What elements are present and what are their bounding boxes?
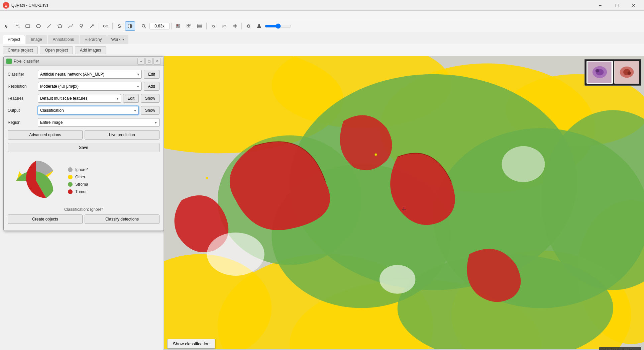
toolbar: + S 0.63x xy μm (0, 20, 644, 32)
annotation-dot-2 (206, 177, 208, 179)
classifier-select[interactable]: Artificial neural network (ANN_MLP) (38, 70, 142, 79)
svg-rect-20 (187, 24, 188, 25)
dialog-maximize-button[interactable]: □ (145, 58, 153, 65)
coords-line1: 21998.35, 5943.30 μm (602, 348, 639, 350)
tab-annotations[interactable]: Annotations (48, 35, 79, 44)
slide-thumbnail-panel (584, 59, 641, 86)
ruler-btn[interactable]: μm (219, 21, 229, 31)
svg-rect-21 (189, 24, 190, 25)
annotation-dot-1 (374, 153, 377, 156)
region-select[interactable]: Entire image (38, 118, 159, 127)
tab-work-dropdown[interactable]: Work ▼ (107, 35, 128, 44)
left-panel: Pixel classifier − □ ✕ Classifier Artifi… (0, 56, 164, 350)
svg-point-8 (80, 24, 83, 27)
brush-tool[interactable] (76, 21, 86, 31)
resolution-add-button[interactable]: Add (144, 82, 159, 91)
classify-detections-button[interactable]: Classify detections (85, 214, 159, 224)
separator-1 (99, 23, 99, 29)
grid-view-btn[interactable] (184, 21, 194, 31)
split-tool[interactable] (101, 21, 111, 31)
dialog-minimize-button[interactable]: − (137, 58, 145, 65)
line-tool[interactable] (44, 21, 54, 31)
separator-6 (241, 23, 242, 29)
features-edit-button[interactable]: Edit (123, 94, 139, 103)
minimize-button[interactable]: − (593, 0, 608, 11)
create-objects-button[interactable]: Create objects (8, 214, 83, 224)
svg-point-52 (380, 265, 416, 294)
svg-point-33 (258, 24, 260, 26)
svg-line-15 (144, 27, 146, 28)
add-images-button[interactable]: Add images (75, 46, 106, 54)
slide-thumbnail-1[interactable] (586, 61, 613, 84)
svg-text:+: + (18, 26, 19, 28)
dialog-close-button[interactable]: ✕ (153, 58, 161, 65)
output-label: Output (8, 108, 38, 113)
zoom-in-icon[interactable] (139, 21, 149, 31)
add-tool[interactable]: + (12, 21, 22, 31)
tab-hierarchy[interactable]: Hierarchy (80, 35, 107, 44)
ellipse-tool[interactable] (33, 21, 43, 31)
features-show-button[interactable]: Show (141, 94, 159, 103)
pixel-classifier-titlebar: Pixel classifier − □ ✕ (4, 57, 164, 66)
output-show-button[interactable]: Show (141, 106, 159, 115)
slide-thumbnail-2[interactable] (614, 61, 639, 84)
pointer-tool[interactable] (1, 21, 11, 31)
features-select-wrapper: Default multiscale features ▼ (38, 94, 121, 103)
table-view-btn[interactable] (195, 21, 205, 31)
show-classification-button[interactable]: Show classification (167, 339, 215, 349)
settings-btn[interactable] (243, 21, 253, 31)
advanced-options-button[interactable]: Advanced options (8, 130, 83, 140)
legend-label-stroma: Stroma (75, 182, 88, 187)
maximize-button[interactable]: □ (609, 0, 625, 11)
window-title: QuPath - CMU-2.svs (11, 3, 593, 8)
separator-5 (206, 23, 207, 29)
save-button[interactable]: Save (8, 143, 159, 152)
output-select[interactable]: Classification (38, 106, 139, 115)
output-row: Output Classification ▼ Show (8, 106, 159, 115)
svg-rect-23 (187, 26, 188, 27)
legend-dot-stroma (68, 182, 73, 187)
classifier-edit-button[interactable]: Edit (144, 70, 159, 79)
xy-measure-btn[interactable]: xy (208, 21, 218, 31)
tab-bar: Project Image Annotations Hierarchy Work… (0, 32, 644, 44)
classifier-label: Classifier (8, 72, 38, 77)
grid3-btn[interactable] (230, 21, 240, 31)
live-prediction-button[interactable]: Live prediction (85, 130, 159, 140)
s-tool[interactable]: S (114, 21, 124, 31)
person-btn[interactable] (254, 21, 264, 31)
svg-line-6 (47, 24, 51, 28)
pixel-classifier-title: Pixel classifier (14, 59, 137, 64)
separator-3 (137, 23, 137, 29)
features-select[interactable]: Default multiscale features (38, 94, 121, 103)
legend-label-tumor: Tumor (75, 189, 87, 194)
open-project-button[interactable]: Open project (40, 46, 73, 54)
resolution-label: Resolution (8, 84, 38, 89)
create-project-button[interactable]: Create project (3, 46, 38, 54)
tab-project[interactable]: Project (3, 35, 25, 44)
polyline-tool[interactable] (66, 21, 76, 31)
svg-point-10 (103, 25, 105, 27)
svg-marker-7 (58, 24, 62, 28)
title-bar: Q QuPath - CMU-2.svs − □ ✕ (0, 0, 644, 11)
rectangle-tool[interactable] (23, 21, 33, 31)
svg-rect-27 (197, 27, 202, 28)
wand-tool[interactable] (87, 21, 97, 31)
tab-image[interactable]: Image (26, 35, 47, 44)
resolution-select[interactable]: Moderate (4.0 μm/px) (38, 82, 142, 91)
close-button[interactable]: ✕ (626, 0, 641, 11)
legend-dot-tumor (68, 189, 73, 194)
features-row: Features Default multiscale features ▼ E… (8, 94, 159, 103)
brightness-slider[interactable] (265, 23, 292, 29)
selection-mode-btn[interactable] (173, 21, 183, 31)
features-label: Features (8, 96, 38, 101)
pixel-classifier-icon (6, 59, 12, 64)
legend-item-tumor: Tumor (68, 189, 88, 194)
svg-point-32 (247, 25, 249, 27)
svg-point-56 (596, 69, 600, 73)
svg-text:Q: Q (5, 4, 7, 7)
region-label: Region (8, 120, 38, 125)
viewer-area[interactable]: + Show classifi (164, 56, 644, 350)
microscopy-canvas (164, 56, 644, 350)
polygon-tool[interactable] (55, 21, 65, 31)
contrast-tool[interactable] (125, 21, 135, 31)
